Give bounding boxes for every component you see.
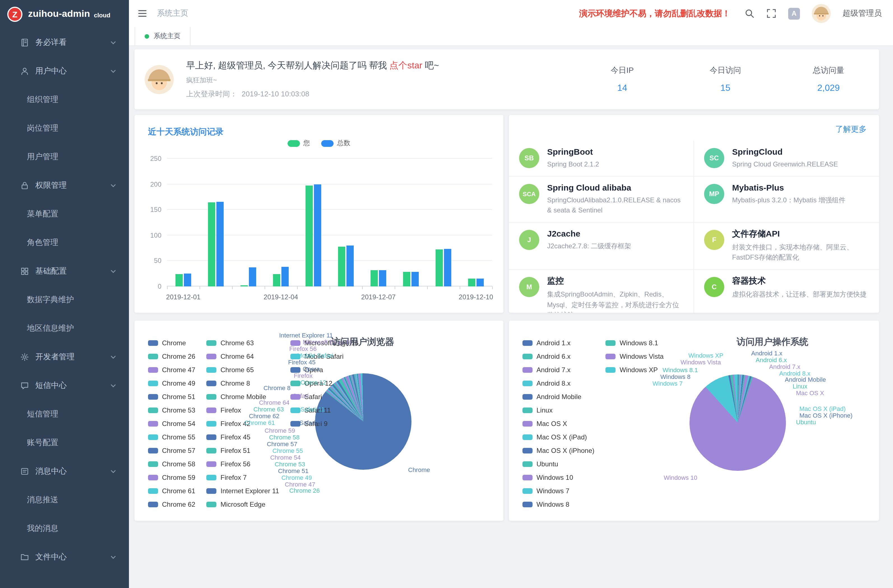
breadcrumb[interactable]: 系统主页 (157, 8, 188, 18)
legend-item[interactable]: Windows Vista (606, 350, 664, 363)
sidebar-subitem[interactable]: 岗位管理 (0, 114, 129, 142)
legend-item[interactable]: Opera 12 (290, 377, 358, 390)
sidebar-item-5[interactable]: 短信中心 (0, 371, 129, 400)
legend-item[interactable]: Windows 7 (522, 484, 594, 498)
legend-item[interactable]: Mac OS X (iPhone) (522, 444, 594, 457)
bar-you[interactable] (436, 250, 443, 286)
legend-item[interactable]: Chrome 63 (207, 336, 279, 350)
bar-total[interactable] (412, 272, 419, 286)
sidebar-item-6[interactable]: 消息中心 (0, 457, 129, 486)
tab-home[interactable]: 系统主页 (135, 27, 191, 45)
legend-item[interactable]: Chrome Mobile (207, 390, 279, 404)
legend-item[interactable]: Chrome 61 (148, 484, 195, 498)
sidebar-subitem[interactable]: 角色管理 (0, 228, 129, 257)
bar-you[interactable] (208, 202, 215, 286)
legend-item[interactable]: Firefox 51 (207, 444, 279, 457)
collapse-menu-icon[interactable] (137, 8, 147, 18)
sidebar-subitem[interactable]: 菜单配置 (0, 200, 129, 228)
legend-item[interactable]: Opera (290, 363, 358, 377)
legend-item[interactable]: Chrome 26 (148, 350, 195, 363)
legend-item[interactable]: Android Mobile (522, 390, 594, 404)
legend-item[interactable]: Chrome 55 (148, 430, 195, 444)
bar-you[interactable] (403, 272, 410, 286)
legend-item[interactable]: Chrome 47 (148, 363, 195, 377)
sidebar-item-0[interactable]: 务必详看 (0, 28, 129, 57)
sidebar-subitem[interactable]: 组织管理 (0, 85, 129, 114)
bar-total[interactable] (444, 249, 451, 286)
legend-item[interactable]: Chrome 58 (148, 457, 195, 471)
legend-item[interactable]: Firefox (207, 404, 279, 417)
legend-item[interactable]: Chrome 8 (207, 377, 279, 390)
feature-item[interactable]: SCASpring Cloud alibabaSpringCloudAlibab… (509, 176, 694, 222)
bar-total[interactable] (281, 267, 289, 286)
legend-item[interactable]: Ubuntu (522, 457, 594, 471)
legend-item[interactable]: Chrome 51 (148, 390, 195, 404)
legend-item[interactable]: Windows 8.1 (606, 336, 664, 350)
bar-you[interactable] (305, 186, 313, 286)
legend-item[interactable]: Android 6.x (522, 350, 594, 363)
bar-you[interactable] (338, 247, 345, 286)
sidebar-item-7[interactable]: 文件中心 (0, 543, 129, 571)
fullscreen-icon[interactable] (766, 8, 776, 18)
legend-item[interactable]: Chrome 57 (148, 444, 195, 457)
legend-item[interactable]: 您 (287, 138, 310, 148)
sidebar-subitem[interactable]: 用户管理 (0, 142, 129, 171)
star-link[interactable]: 点个star (389, 60, 422, 70)
legend-item[interactable]: Firefox 56 (207, 457, 279, 471)
feature-item[interactable]: MPMybatis-PlusMybatis-plus 3.2.0：Mybatis… (694, 176, 879, 222)
bar-total[interactable] (249, 268, 256, 286)
legend-item[interactable]: Android 8.x (522, 377, 594, 390)
legend-item[interactable]: Mobile Safari (290, 350, 358, 363)
feature-item[interactable]: M监控集成SpringBootAdmin、Zipkin、Redis、Mysql、… (509, 269, 694, 313)
legend-item[interactable]: Microsoft Edge (207, 498, 279, 511)
bar-total[interactable] (314, 184, 321, 286)
legend-item[interactable]: 总数 (321, 138, 350, 148)
os-pie[interactable] (690, 374, 786, 471)
legend-item[interactable]: Windows 8 (522, 498, 594, 511)
feature-item[interactable]: F文件存储API封装文件接口，实现本地存储、阿里云、FastDFS存储的配置化 (694, 222, 879, 269)
feature-item[interactable]: C容器技术虚拟化容器技术，让迁移、部署更加方便快捷 (694, 269, 879, 313)
bar-total[interactable] (379, 270, 386, 286)
bar-you[interactable] (371, 270, 378, 286)
legend-item[interactable]: Android 1.x (522, 336, 594, 350)
feature-item[interactable]: JJ2cacheJ2cache2.7.8: 二级缓存框架 (509, 222, 694, 269)
sidebar-item-3[interactable]: 基础配置 (0, 257, 129, 285)
logo[interactable]: Z zuihou-admin cloud (0, 0, 129, 28)
sidebar-subitem[interactable]: 我的消息 (0, 514, 129, 543)
bar-total[interactable] (216, 202, 224, 286)
sidebar-subitem[interactable]: 数据字典维护 (0, 285, 129, 314)
bar-total[interactable] (346, 245, 354, 286)
legend-item[interactable]: Chrome 54 (148, 417, 195, 430)
legend-item[interactable]: Mac OS X (iPad) (522, 430, 594, 444)
sidebar-item-4[interactable]: 开发者管理 (0, 343, 129, 371)
search-icon[interactable] (744, 8, 755, 18)
legend-item[interactable]: Firefox 7 (207, 471, 279, 484)
bar-you[interactable] (176, 274, 183, 286)
legend-item[interactable]: Firefox 42 (207, 417, 279, 430)
learn-more-link[interactable]: 了解更多 (835, 125, 867, 135)
username[interactable]: 超级管理员 (843, 8, 882, 18)
legend-item[interactable]: Windows 10 (522, 471, 594, 484)
legend-item[interactable]: Safari 11 (290, 404, 358, 417)
user-avatar[interactable] (812, 4, 831, 23)
legend-item[interactable]: Chrome 49 (148, 377, 195, 390)
bar-you[interactable] (468, 279, 475, 286)
legend-item[interactable]: Internet Explorer 11 (207, 484, 279, 498)
legend-item[interactable]: Chrome 53 (148, 404, 195, 417)
legend-item[interactable]: Linux (522, 404, 594, 417)
bar-you[interactable] (241, 285, 248, 286)
legend-item[interactable]: Chrome 64 (207, 350, 279, 363)
legend-item[interactable]: Android 7.x (522, 363, 594, 377)
bar-total[interactable] (184, 274, 191, 286)
sidebar-subitem[interactable]: 账号配置 (0, 428, 129, 457)
sidebar-subitem[interactable]: 地区信息维护 (0, 314, 129, 343)
legend-item[interactable]: Chrome 62 (148, 498, 195, 511)
sidebar-item-2[interactable]: 权限管理 (0, 171, 129, 200)
legend-item[interactable]: Safari (290, 390, 358, 404)
bar-total[interactable] (477, 279, 484, 286)
feature-item[interactable]: SBSpringBootSpring Boot 2.1.2 (509, 141, 694, 176)
sidebar-item-1[interactable]: 用户中心 (0, 57, 129, 85)
font-size-icon[interactable]: A (788, 8, 800, 20)
legend-item[interactable]: Windows XP (606, 363, 664, 377)
sidebar-subitem[interactable]: 短信管理 (0, 400, 129, 428)
